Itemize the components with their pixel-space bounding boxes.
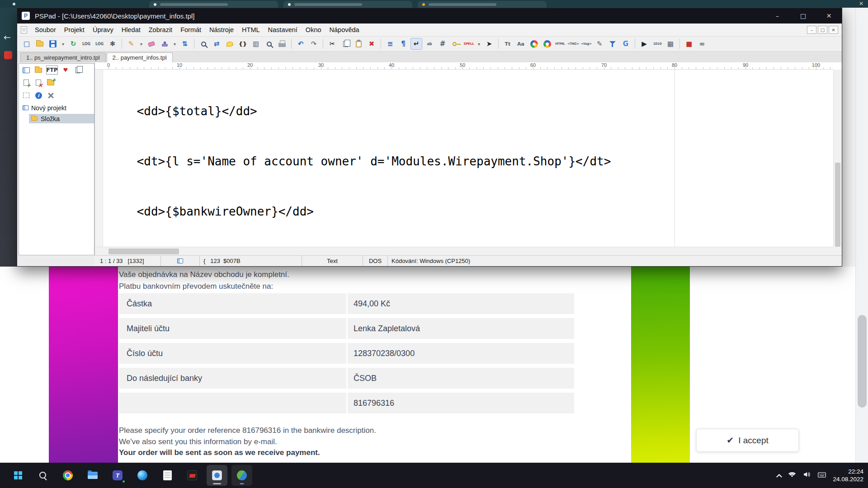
file-explorer-button[interactable] xyxy=(82,465,103,486)
columns-icon[interactable]: ▥ xyxy=(250,38,262,50)
filezilla-button[interactable] xyxy=(182,465,203,486)
print-icon[interactable] xyxy=(276,38,288,50)
mdi-close-button[interactable]: ✕ xyxy=(829,26,838,34)
keyboard-icon[interactable] xyxy=(818,471,826,479)
paste-icon[interactable] xyxy=(353,38,364,50)
menu-napoveda[interactable]: Nápověda xyxy=(326,23,363,36)
menu-upravy[interactable]: Úpravy xyxy=(89,23,118,36)
run-script-icon[interactable]: ▶ xyxy=(638,38,650,50)
find-icon[interactable] xyxy=(198,38,209,50)
uppercase-tag-icon[interactable]: <TAG> xyxy=(567,38,579,50)
reopen-icon[interactable]: ↻ xyxy=(67,38,79,50)
copy-icon[interactable] xyxy=(340,38,351,50)
notes-app-button[interactable] xyxy=(157,465,178,486)
sort-icon[interactable]: ⇅ xyxy=(179,38,191,50)
pinned-tab-favicon[interactable] xyxy=(13,3,15,5)
menu-hledat[interactable]: Hledat xyxy=(118,23,145,36)
binary-view-icon[interactable]: 1010 xyxy=(651,38,663,50)
change-case-icon[interactable]: Aa xyxy=(515,38,527,50)
replace-icon[interactable]: ⇄ xyxy=(211,38,222,50)
browser-tab[interactable] xyxy=(149,1,278,8)
undo-icon[interactable]: ↶ xyxy=(295,38,307,50)
filter-icon[interactable] xyxy=(607,38,618,50)
comment-icon[interactable] xyxy=(224,38,236,50)
search-button[interactable] xyxy=(33,465,53,486)
special-chars-icon[interactable]: ab xyxy=(424,38,435,50)
save-icon[interactable] xyxy=(47,38,59,50)
network-icon[interactable] xyxy=(788,471,796,479)
menu-okno[interactable]: Okno xyxy=(302,23,326,36)
save-menu-icon[interactable]: ▾ xyxy=(60,38,66,50)
braces-icon[interactable]: {} xyxy=(237,38,249,50)
spell-menu-icon[interactable]: ▾ xyxy=(476,38,482,50)
editor-horizontal-scrollbar[interactable] xyxy=(95,247,833,255)
mdi-restore-button[interactable]: □ xyxy=(818,26,827,34)
cut-icon[interactable]: ✂ xyxy=(326,38,338,50)
record-macro-icon[interactable]: ■ xyxy=(683,38,695,50)
capture-app-button[interactable] xyxy=(231,465,252,486)
editor-vertical-scrollbar[interactable] xyxy=(833,70,842,247)
folder-view-icon[interactable] xyxy=(34,66,43,75)
new-folder-icon[interactable] xyxy=(46,78,55,87)
browser-tab[interactable] xyxy=(418,1,547,8)
spell-check-icon[interactable]: SPELL xyxy=(463,38,475,50)
close-button[interactable]: ✕ xyxy=(816,8,842,23)
open-folder-icon[interactable] xyxy=(34,38,46,50)
browser-back-icon[interactable]: ← xyxy=(4,32,11,42)
menu-soubor[interactable]: Soubor xyxy=(31,23,60,36)
hex-view-icon[interactable]: ▦ xyxy=(665,38,676,50)
i-accept-button[interactable]: ✔ I accept xyxy=(696,429,799,452)
log-file-icon[interactable]: LOG xyxy=(80,38,92,50)
menu-format[interactable]: Formát xyxy=(176,23,205,36)
line-numbers-icon[interactable]: # xyxy=(437,38,448,50)
mdi-minimize-button[interactable]: – xyxy=(807,26,816,34)
tools-icon[interactable] xyxy=(46,91,55,100)
teams-button[interactable] xyxy=(107,465,128,486)
minimize-button[interactable]: – xyxy=(764,8,790,23)
stamp-icon[interactable] xyxy=(159,38,170,50)
tab-ps-wirepayment-intro[interactable]: 1.. ps_wirepayment_intro.tpl xyxy=(20,52,106,62)
color-wheel-icon[interactable] xyxy=(528,38,540,50)
highlighter-icon[interactable]: ✎ xyxy=(125,38,137,50)
menu-nastaveni[interactable]: Nastavení xyxy=(264,23,302,36)
blue-app-button[interactable] xyxy=(132,465,153,486)
delete-icon[interactable]: ✖ xyxy=(366,38,377,50)
tab-payment-infos[interactable]: 2.. payment_infos.tpl xyxy=(107,52,173,62)
add-file-icon[interactable] xyxy=(22,78,31,87)
log-window-icon[interactable]: LOG xyxy=(94,38,105,50)
menu-html[interactable]: HTML xyxy=(238,23,264,36)
menu-nastroje[interactable]: Nástroje xyxy=(205,23,238,36)
eraser-icon[interactable] xyxy=(146,38,157,50)
tray-overflow-icon[interactable] xyxy=(777,474,783,479)
code-viewport[interactable]: <dd>{$total}</dd> <dt>{l s='Name of acco… xyxy=(95,70,833,247)
redo-icon[interactable]: ↷ xyxy=(308,38,320,50)
text-format-icon[interactable]: Tt xyxy=(502,38,514,50)
browser-scrollbar-thumb[interactable] xyxy=(858,315,867,408)
browser-tab[interactable] xyxy=(283,1,412,8)
lowercase-tag-icon[interactable]: <tag> xyxy=(580,38,592,50)
copy-window-icon[interactable] xyxy=(73,66,82,75)
settings-icon[interactable]: ✱ xyxy=(107,38,118,50)
selection-icon[interactable] xyxy=(22,91,31,100)
panel-view-icon[interactable] xyxy=(22,66,31,75)
word-wrap-icon[interactable]: ↵ xyxy=(410,38,422,50)
browser-close-icon[interactable]: ✕ xyxy=(859,0,863,8)
taskbar-clock[interactable]: 22:24 24.08.2022 xyxy=(833,468,863,483)
pilcrow-icon[interactable]: ¶ xyxy=(397,38,409,50)
html-to-text-icon[interactable]: HTML xyxy=(554,38,566,50)
browser-scrollbar[interactable] xyxy=(855,8,868,463)
editor-area[interactable]: 0 10 20 30 40 50 60 70 80 90 100 <dd>{$t… xyxy=(94,62,842,255)
stamp-menu-icon[interactable]: ▾ xyxy=(172,38,178,50)
key-icon[interactable] xyxy=(450,38,462,50)
info-icon[interactable] xyxy=(34,91,43,100)
tree-item-project-root[interactable]: Nový projekt xyxy=(19,103,94,113)
title-bar[interactable]: PSPad - [C:\Users\42060\Desktop\payment_… xyxy=(17,8,842,23)
color-palette-icon[interactable] xyxy=(541,38,553,50)
favorites-icon[interactable]: ♥ xyxy=(61,66,70,75)
menu-zobrazit[interactable]: Zobrazit xyxy=(145,23,176,36)
horizontal-scrollbar-thumb[interactable] xyxy=(108,249,179,254)
google-search-icon[interactable]: G xyxy=(620,38,632,50)
preview-icon[interactable] xyxy=(263,38,275,50)
view-glasses-icon[interactable]: ∞ xyxy=(696,38,708,50)
ftp-panel-icon[interactable]: FTP xyxy=(46,66,58,75)
